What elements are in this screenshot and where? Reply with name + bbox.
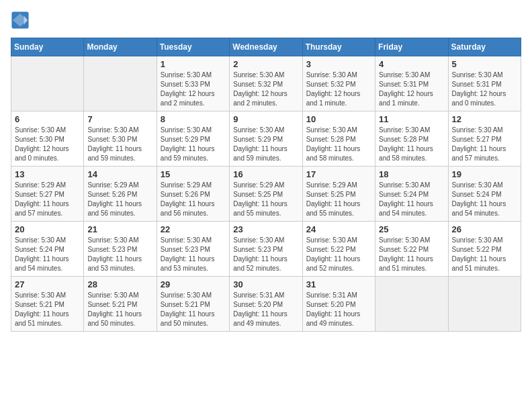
day-number: 9 — [233, 114, 298, 124]
day-info: Sunrise: 5:29 AMSunset: 5:26 PMDaylight:… — [87, 181, 152, 218]
day-number: 14 — [87, 169, 152, 179]
day-info: Sunrise: 5:30 AMSunset: 5:33 PMDaylight:… — [161, 71, 226, 108]
calendar-cell — [375, 277, 448, 332]
day-number: 3 — [306, 59, 371, 69]
day-info: Sunrise: 5:30 AMSunset: 5:22 PMDaylight:… — [452, 236, 517, 273]
day-info: Sunrise: 5:29 AMSunset: 5:25 PMDaylight:… — [306, 181, 371, 218]
weekday-header: Monday — [84, 38, 157, 56]
calendar-cell: 9Sunrise: 5:30 AMSunset: 5:29 PMDaylight… — [230, 111, 302, 167]
calendar-cell: 22Sunrise: 5:30 AMSunset: 5:23 PMDayligh… — [157, 222, 229, 277]
day-info: Sunrise: 5:30 AMSunset: 5:28 PMDaylight:… — [306, 126, 371, 163]
calendar-cell: 21Sunrise: 5:30 AMSunset: 5:23 PMDayligh… — [84, 222, 157, 277]
day-number: 6 — [15, 114, 80, 124]
calendar-cell: 30Sunrise: 5:31 AMSunset: 5:20 PMDayligh… — [230, 277, 302, 332]
day-info: Sunrise: 5:30 AMSunset: 5:31 PMDaylight:… — [452, 71, 517, 108]
weekday-header: Thursday — [302, 38, 375, 56]
calendar-cell: 23Sunrise: 5:30 AMSunset: 5:23 PMDayligh… — [230, 222, 302, 277]
day-number: 28 — [87, 279, 152, 289]
calendar-cell: 31Sunrise: 5:31 AMSunset: 5:20 PMDayligh… — [302, 277, 375, 332]
day-info: Sunrise: 5:30 AMSunset: 5:24 PMDaylight:… — [452, 181, 517, 218]
day-number: 23 — [233, 224, 298, 234]
calendar-cell: 10Sunrise: 5:30 AMSunset: 5:28 PMDayligh… — [302, 111, 375, 167]
weekday-header: Saturday — [448, 38, 521, 56]
weekday-header: Wednesday — [230, 38, 302, 56]
weekday-header-row: SundayMondayTuesdayWednesdayThursdayFrid… — [11, 38, 521, 56]
day-number: 27 — [15, 279, 80, 289]
weekday-header: Sunday — [11, 38, 84, 56]
day-number: 29 — [161, 279, 226, 289]
day-number: 5 — [452, 59, 517, 69]
day-number: 26 — [452, 224, 517, 234]
calendar-cell: 28Sunrise: 5:30 AMSunset: 5:21 PMDayligh… — [84, 277, 157, 332]
calendar-week-row: 27Sunrise: 5:30 AMSunset: 5:21 PMDayligh… — [11, 277, 521, 332]
day-number: 30 — [233, 279, 298, 289]
day-info: Sunrise: 5:29 AMSunset: 5:25 PMDaylight:… — [233, 181, 298, 218]
day-info: Sunrise: 5:30 AMSunset: 5:24 PMDaylight:… — [15, 236, 80, 273]
day-number: 16 — [233, 169, 298, 179]
day-number: 12 — [452, 114, 517, 124]
calendar-cell: 19Sunrise: 5:30 AMSunset: 5:24 PMDayligh… — [448, 167, 521, 222]
calendar-cell: 12Sunrise: 5:30 AMSunset: 5:27 PMDayligh… — [448, 111, 521, 167]
calendar-cell: 29Sunrise: 5:30 AMSunset: 5:21 PMDayligh… — [157, 277, 229, 332]
calendar-cell: 20Sunrise: 5:30 AMSunset: 5:24 PMDayligh… — [11, 222, 84, 277]
calendar-cell: 24Sunrise: 5:30 AMSunset: 5:22 PMDayligh… — [302, 222, 375, 277]
calendar-cell — [448, 277, 521, 332]
day-number: 7 — [87, 114, 152, 124]
day-info: Sunrise: 5:30 AMSunset: 5:32 PMDaylight:… — [233, 71, 298, 108]
day-number: 22 — [161, 224, 226, 234]
calendar-cell: 26Sunrise: 5:30 AMSunset: 5:22 PMDayligh… — [448, 222, 521, 277]
day-number: 21 — [87, 224, 152, 234]
calendar-cell: 4Sunrise: 5:30 AMSunset: 5:31 PMDaylight… — [375, 56, 448, 111]
day-info: Sunrise: 5:30 AMSunset: 5:29 PMDaylight:… — [233, 126, 298, 163]
calendar-cell: 15Sunrise: 5:29 AMSunset: 5:26 PMDayligh… — [157, 167, 229, 222]
day-number: 13 — [15, 169, 80, 179]
calendar-cell — [84, 56, 157, 111]
day-info: Sunrise: 5:29 AMSunset: 5:26 PMDaylight:… — [161, 181, 226, 218]
calendar-cell: 8Sunrise: 5:30 AMSunset: 5:29 PMDaylight… — [157, 111, 229, 167]
day-number: 19 — [452, 169, 517, 179]
day-number: 31 — [306, 279, 371, 289]
day-number: 20 — [15, 224, 80, 234]
weekday-header: Friday — [375, 38, 448, 56]
day-info: Sunrise: 5:30 AMSunset: 5:32 PMDaylight:… — [306, 71, 371, 108]
day-number: 25 — [379, 224, 444, 234]
day-info: Sunrise: 5:31 AMSunset: 5:20 PMDaylight:… — [233, 291, 298, 328]
calendar-cell: 16Sunrise: 5:29 AMSunset: 5:25 PMDayligh… — [230, 167, 302, 222]
day-info: Sunrise: 5:30 AMSunset: 5:23 PMDaylight:… — [161, 236, 226, 273]
calendar-cell: 13Sunrise: 5:29 AMSunset: 5:27 PMDayligh… — [11, 167, 84, 222]
calendar-cell: 2Sunrise: 5:30 AMSunset: 5:32 PMDaylight… — [230, 56, 302, 111]
day-info: Sunrise: 5:30 AMSunset: 5:30 PMDaylight:… — [15, 126, 80, 163]
day-number: 17 — [306, 169, 371, 179]
calendar-cell: 5Sunrise: 5:30 AMSunset: 5:31 PMDaylight… — [448, 56, 521, 111]
calendar-cell: 25Sunrise: 5:30 AMSunset: 5:22 PMDayligh… — [375, 222, 448, 277]
calendar-cell: 3Sunrise: 5:30 AMSunset: 5:32 PMDaylight… — [302, 56, 375, 111]
day-info: Sunrise: 5:30 AMSunset: 5:22 PMDaylight:… — [306, 236, 371, 273]
calendar-week-row: 1Sunrise: 5:30 AMSunset: 5:33 PMDaylight… — [11, 56, 521, 111]
calendar-cell: 27Sunrise: 5:30 AMSunset: 5:21 PMDayligh… — [11, 277, 84, 332]
day-number: 2 — [233, 59, 298, 69]
day-number: 18 — [379, 169, 444, 179]
day-info: Sunrise: 5:30 AMSunset: 5:31 PMDaylight:… — [379, 71, 444, 108]
day-number: 1 — [161, 59, 226, 69]
day-info: Sunrise: 5:30 AMSunset: 5:30 PMDaylight:… — [87, 126, 152, 163]
calendar-cell: 1Sunrise: 5:30 AMSunset: 5:33 PMDaylight… — [157, 56, 229, 111]
day-info: Sunrise: 5:30 AMSunset: 5:23 PMDaylight:… — [233, 236, 298, 273]
day-info: Sunrise: 5:30 AMSunset: 5:23 PMDaylight:… — [87, 236, 152, 273]
calendar-cell: 6Sunrise: 5:30 AMSunset: 5:30 PMDaylight… — [11, 111, 84, 167]
day-number: 10 — [306, 114, 371, 124]
calendar-table: SundayMondayTuesdayWednesdayThursdayFrid… — [11, 38, 521, 332]
logo — [11, 11, 32, 30]
logo-icon — [11, 11, 30, 30]
weekday-header: Tuesday — [157, 38, 229, 56]
calendar-cell: 17Sunrise: 5:29 AMSunset: 5:25 PMDayligh… — [302, 167, 375, 222]
calendar-week-row: 6Sunrise: 5:30 AMSunset: 5:30 PMDaylight… — [11, 111, 521, 167]
calendar-week-row: 20Sunrise: 5:30 AMSunset: 5:24 PMDayligh… — [11, 222, 521, 277]
day-info: Sunrise: 5:31 AMSunset: 5:20 PMDaylight:… — [306, 291, 371, 328]
day-info: Sunrise: 5:30 AMSunset: 5:24 PMDaylight:… — [379, 181, 444, 218]
day-info: Sunrise: 5:30 AMSunset: 5:28 PMDaylight:… — [379, 126, 444, 163]
calendar-cell — [11, 56, 84, 111]
day-number: 15 — [161, 169, 226, 179]
day-info: Sunrise: 5:30 AMSunset: 5:27 PMDaylight:… — [452, 126, 517, 163]
day-info: Sunrise: 5:30 AMSunset: 5:21 PMDaylight:… — [87, 291, 152, 328]
day-info: Sunrise: 5:30 AMSunset: 5:21 PMDaylight:… — [161, 291, 226, 328]
